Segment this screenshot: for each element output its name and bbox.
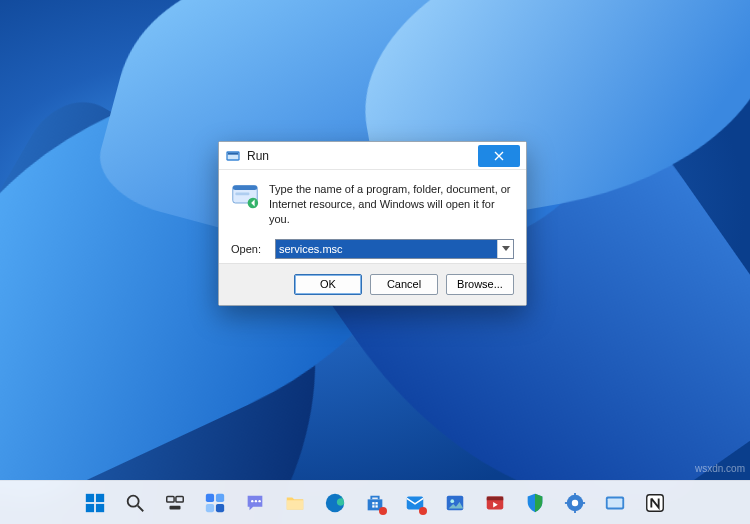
svg-rect-2 — [228, 152, 239, 154]
taskbar-item-edge[interactable] — [318, 486, 352, 520]
browse-button[interactable]: Browse... — [446, 274, 514, 295]
taskbar-item-settings[interactable] — [558, 486, 592, 520]
svg-rect-25 — [375, 502, 377, 504]
svg-rect-5 — [235, 193, 249, 196]
svg-rect-8 — [96, 493, 104, 501]
taskbar — [0, 480, 750, 524]
notification-badge-icon — [379, 507, 387, 515]
open-label: Open: — [231, 243, 265, 255]
run-icon — [604, 492, 626, 514]
watermark-text: wsxdn.com — [695, 463, 745, 474]
svg-point-30 — [450, 499, 454, 503]
svg-point-34 — [572, 499, 578, 505]
taskbar-item-widgets[interactable] — [198, 486, 232, 520]
ok-button[interactable]: OK — [294, 274, 362, 295]
notification-badge-icon — [419, 507, 427, 515]
svg-line-12 — [138, 505, 144, 511]
search-icon — [124, 492, 146, 514]
folder-icon — [284, 492, 306, 514]
close-icon — [494, 151, 504, 161]
taskbar-item-movies-tv[interactable] — [478, 486, 512, 520]
run-dialog: Run Type the name of a program, folder, … — [218, 141, 527, 306]
run-description: Type the name of a program, folder, docu… — [269, 182, 514, 227]
run-app-icon — [225, 148, 241, 164]
run-title: Run — [247, 149, 478, 163]
task-view-icon — [164, 492, 186, 514]
open-input[interactable] — [276, 240, 497, 258]
taskbar-item-file-explorer[interactable] — [278, 486, 312, 520]
svg-rect-4 — [233, 186, 258, 190]
cancel-button[interactable]: Cancel — [370, 274, 438, 295]
svg-rect-7 — [86, 493, 94, 501]
taskbar-item-notion[interactable] — [638, 486, 672, 520]
taskbar-items — [78, 486, 672, 520]
svg-rect-27 — [375, 505, 377, 507]
svg-point-22 — [258, 499, 260, 501]
svg-rect-15 — [170, 505, 181, 509]
photos-icon — [444, 492, 466, 514]
shield-icon — [524, 492, 546, 514]
svg-rect-26 — [372, 505, 374, 507]
run-button-row: OK Cancel Browse... — [219, 263, 526, 305]
taskbar-item-mail[interactable] — [398, 486, 432, 520]
taskbar-item-chat[interactable] — [238, 486, 272, 520]
taskbar-item-start[interactable] — [78, 486, 112, 520]
run-titlebar[interactable]: Run — [219, 142, 526, 170]
movies-icon — [484, 492, 506, 514]
svg-rect-19 — [216, 503, 224, 511]
taskbar-item-task-view[interactable] — [158, 486, 192, 520]
svg-rect-16 — [206, 493, 214, 501]
svg-rect-17 — [216, 493, 224, 501]
svg-rect-14 — [176, 496, 183, 502]
chat-icon — [244, 492, 266, 514]
widgets-icon — [204, 492, 226, 514]
taskbar-item-security[interactable] — [518, 486, 552, 520]
taskbar-item-run[interactable] — [598, 486, 632, 520]
run-prompt-icon — [231, 182, 259, 210]
svg-rect-18 — [206, 503, 214, 511]
taskbar-item-photos[interactable] — [438, 486, 472, 520]
notion-icon — [644, 492, 666, 514]
taskbar-item-store[interactable] — [358, 486, 392, 520]
svg-point-20 — [251, 499, 253, 501]
windows-logo-icon — [84, 492, 106, 514]
svg-rect-9 — [86, 503, 94, 511]
svg-rect-24 — [372, 502, 374, 504]
settings-icon — [564, 492, 586, 514]
open-combobox[interactable] — [275, 239, 514, 259]
svg-rect-40 — [608, 498, 623, 507]
combobox-dropdown-button[interactable] — [497, 240, 513, 258]
svg-rect-10 — [96, 503, 104, 511]
taskbar-item-search[interactable] — [118, 486, 152, 520]
svg-point-11 — [128, 495, 139, 506]
chevron-down-icon — [502, 246, 510, 251]
svg-rect-32 — [487, 496, 504, 500]
svg-rect-13 — [167, 496, 174, 502]
close-button[interactable] — [478, 145, 520, 167]
svg-point-21 — [255, 499, 257, 501]
edge-icon — [324, 492, 346, 514]
